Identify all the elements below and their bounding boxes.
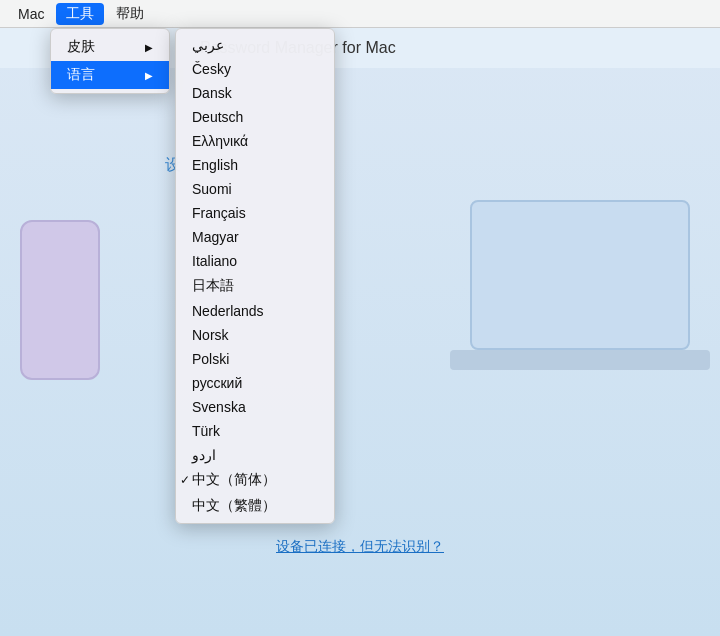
language-arrow-icon: ▶ [145, 70, 153, 81]
tools-menu-item-skin[interactable]: 皮肤 ▶ [51, 33, 169, 61]
lang-item-0[interactable]: عربي [176, 33, 334, 57]
language-submenu: عربيČeskyDanskDeutschΕλληνικάEnglishSuom… [175, 28, 335, 524]
tools-menu: 皮肤 ▶ 语言 ▶ [50, 28, 170, 94]
tools-menu-item-language[interactable]: 语言 ▶ [51, 61, 169, 89]
lang-item-5[interactable]: English [176, 153, 334, 177]
lang-item-12[interactable]: Norsk [176, 323, 334, 347]
tools-language-label: 语言 [67, 66, 95, 84]
lang-item-10[interactable]: 日本語 [176, 273, 334, 299]
lang-item-19[interactable]: 中文（繁體） [176, 493, 334, 519]
lang-item-17[interactable]: اردو [176, 443, 334, 467]
device-not-recognized-link[interactable]: 设备已连接，但无法识别？ [276, 538, 444, 556]
lang-item-2[interactable]: Dansk [176, 81, 334, 105]
laptop-illustration [470, 200, 690, 350]
lang-item-3[interactable]: Deutsch [176, 105, 334, 129]
lang-item-7[interactable]: Français [176, 201, 334, 225]
lang-item-16[interactable]: Türk [176, 419, 334, 443]
lang-item-8[interactable]: Magyar [176, 225, 334, 249]
lang-item-4[interactable]: Ελληνικά [176, 129, 334, 153]
menubar-item-help[interactable]: 帮助 [106, 3, 154, 25]
tools-skin-label: 皮肤 [67, 38, 95, 56]
lang-item-13[interactable]: Polski [176, 347, 334, 371]
lang-item-1[interactable]: Česky [176, 57, 334, 81]
lang-item-6[interactable]: Suomi [176, 177, 334, 201]
menubar-item-mac[interactable]: Mac [8, 4, 54, 24]
menubar: Mac 工具 帮助 [0, 0, 720, 28]
lang-item-18[interactable]: 中文（简体） [176, 467, 334, 493]
menubar-item-tools[interactable]: 工具 [56, 3, 104, 25]
lang-item-15[interactable]: Svenska [176, 395, 334, 419]
lang-item-9[interactable]: Italiano [176, 249, 334, 273]
lang-item-11[interactable]: Nederlands [176, 299, 334, 323]
skin-arrow-icon: ▶ [145, 42, 153, 53]
lang-item-14[interactable]: русский [176, 371, 334, 395]
laptop-base-illustration [450, 350, 710, 370]
phone-illustration [20, 220, 100, 380]
